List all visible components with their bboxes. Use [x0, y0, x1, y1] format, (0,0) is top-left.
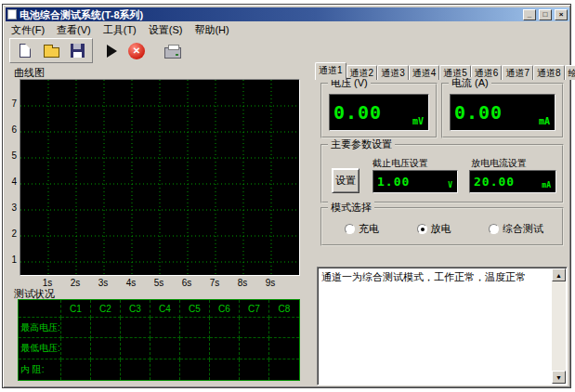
status-value-cell — [210, 338, 240, 359]
status-value-cell — [61, 359, 91, 380]
new-document-icon — [20, 44, 31, 58]
status-value-cell — [210, 359, 240, 380]
menu-item-4[interactable]: 设置(S) — [149, 23, 183, 37]
device-settings-button[interactable] — [163, 41, 183, 60]
menu-item-3[interactable]: 工具(T) — [103, 23, 137, 37]
voltage-unit: mV — [408, 95, 428, 130]
y-tick-label: 5 — [6, 150, 17, 161]
settings-button[interactable]: 设置 — [332, 168, 359, 193]
mode-radio-label: 放电 — [431, 222, 451, 236]
stop-icon — [128, 43, 145, 59]
status-value-cell — [240, 359, 269, 380]
open-folder-icon — [44, 47, 59, 58]
status-value-cell — [121, 338, 150, 359]
current-group-label: 电流 (A) — [449, 77, 491, 89]
mode-radio-label: 充电 — [359, 222, 379, 236]
x-tick-label: 7s — [206, 278, 223, 288]
app-window: 电池综合测试系统(T-8系列) _ □ × 文件(F)查看(V)工具(T)设置(… — [2, 4, 571, 388]
open-file-button[interactable] — [41, 41, 61, 60]
cutoff-voltage-value: 1.00 — [373, 171, 443, 192]
minimize-button[interactable]: _ — [523, 9, 536, 20]
y-tick-label: 6 — [6, 124, 17, 135]
x-tick-label: 2s — [67, 278, 84, 288]
mode-radio-1[interactable]: 充电 — [345, 222, 379, 236]
mode-radio-3[interactable]: 综合测试 — [489, 222, 543, 236]
tab-3[interactable]: 通道3 — [377, 65, 409, 80]
chart-y-axis: 7654321 — [5, 79, 18, 276]
tab-7[interactable]: 通道7 — [502, 65, 533, 80]
cutoff-voltage-display: 1.00 V — [372, 170, 458, 193]
parameters-group-label: 主要参数设置 — [328, 138, 395, 150]
radio-button-icon — [417, 224, 427, 234]
column-header-C1: C1 — [61, 300, 91, 318]
menu-item-2[interactable]: 查看(V) — [57, 23, 91, 37]
printer-icon — [164, 47, 181, 59]
status-value-cell — [121, 318, 150, 338]
chart-grid — [20, 80, 299, 275]
mode-options: 充电放电综合测试 — [332, 222, 556, 236]
column-header-C8: C8 — [269, 300, 299, 318]
status-value-cell — [91, 359, 121, 380]
row-label-2: 最低电压: — [19, 338, 61, 359]
play-icon — [107, 45, 117, 58]
x-tick-label: 9s — [262, 278, 279, 288]
cutoff-voltage-unit: V — [443, 171, 457, 192]
column-header-C3: C3 — [121, 300, 150, 318]
menu-item-1[interactable]: 文件(F) — [11, 23, 45, 37]
current-value: 0.00 — [451, 95, 534, 130]
discharge-current-label: 放电电流设置 — [471, 157, 527, 170]
status-value-cell — [210, 318, 240, 338]
tab-8[interactable]: 通道8 — [533, 65, 565, 80]
menu-item-5[interactable]: 帮助(H) — [194, 23, 229, 37]
title-bar[interactable]: 电池综合测试系统(T-8系列) _ □ × — [6, 7, 569, 21]
parameters-group: 主要参数设置 设置 截止电压设置 1.00 V 放电电流设置 20.00 mA — [320, 144, 564, 203]
discharge-current-display: 20.00 mA — [469, 170, 556, 193]
column-header-C2: C2 — [91, 300, 121, 318]
status-value-cell — [269, 338, 299, 359]
log-scrollbar[interactable] — [552, 268, 566, 384]
x-tick-label: 3s — [95, 278, 111, 288]
scroll-up-button[interactable] — [552, 268, 566, 281]
file-tool-group — [9, 38, 93, 63]
save-button[interactable] — [67, 41, 87, 60]
log-panel: 通道一为综合测试模式，工作正常，温度正常 — [317, 267, 568, 385]
discharge-current-value: 20.00 — [470, 171, 537, 192]
close-button[interactable]: × — [555, 9, 568, 20]
save-floppy-icon — [71, 44, 85, 58]
x-tick-label: 8s — [234, 278, 251, 288]
column-header-C4: C4 — [150, 300, 180, 318]
maximize-button[interactable]: □ — [539, 9, 552, 20]
y-tick-label: 1 — [6, 255, 17, 265]
tab-1[interactable]: 通道1 — [315, 62, 346, 80]
status-value-cell — [269, 318, 299, 338]
tab-9[interactable]: 绘图 — [565, 65, 575, 80]
start-test-button[interactable] — [99, 41, 120, 60]
status-value-cell — [150, 338, 180, 359]
status-table: C1C2C3C4C5C6C7C8最高电压:最低电压:内 阻: — [18, 299, 300, 381]
log-message: 通道一为综合测试模式，工作正常，温度正常 — [321, 270, 548, 283]
current-unit: mA — [534, 95, 555, 130]
x-tick-label: 4s — [123, 278, 139, 288]
row-label-1: 最高电压: — [19, 318, 61, 338]
stop-test-button[interactable] — [126, 41, 147, 60]
toolbar — [6, 38, 569, 63]
y-tick-label: 2 — [6, 229, 17, 239]
status-value-cell — [150, 359, 180, 380]
mode-radio-2[interactable]: 放电 — [417, 222, 451, 236]
y-tick-label: 4 — [6, 176, 17, 187]
tab-4[interactable]: 通道4 — [409, 65, 440, 80]
status-value-cell — [269, 359, 299, 380]
voltage-group: 电压 (V) 0.00 mV — [320, 83, 438, 138]
status-corner-cell — [19, 300, 61, 318]
menu-bar: 文件(F)查看(V)工具(T)设置(S)帮助(H) — [6, 23, 569, 37]
current-display: 0.00 mA — [450, 94, 555, 131]
x-tick-label: 5s — [150, 278, 167, 288]
status-value-cell — [240, 338, 269, 359]
status-value-cell — [91, 318, 121, 338]
mode-group-label: 模式选择 — [328, 202, 374, 214]
scroll-down-button[interactable] — [552, 371, 566, 384]
voltage-value: 0.00 — [330, 95, 408, 130]
new-file-button[interactable] — [15, 41, 35, 60]
status-value-cell — [91, 338, 121, 359]
discharge-current-unit: mA — [537, 171, 555, 192]
